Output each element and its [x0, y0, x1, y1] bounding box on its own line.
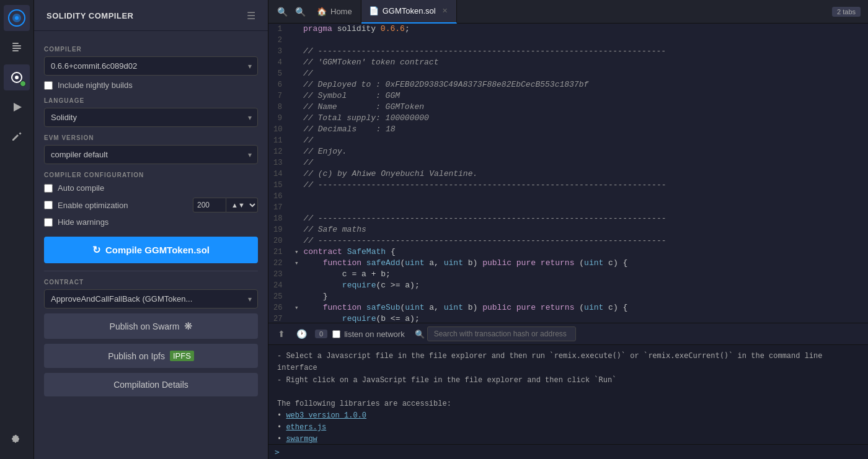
tab-home[interactable]: 🏠 Home [309, 0, 361, 24]
language-select[interactable]: Solidity [44, 108, 258, 127]
evm-wrapper: compiler default [44, 145, 258, 164]
code-line-24: 24 require(c >= a); [268, 280, 868, 291]
auto-compile-checkbox[interactable] [44, 184, 53, 193]
sidebar-item-remix-logo[interactable] [4, 5, 30, 31]
enable-optimization-checkbox[interactable] [44, 201, 53, 209]
main-area: 🔍 🔍 🏠 Home 📄 GGMToken.sol ✕ 2 tabs 1 pra… [268, 0, 868, 459]
terminal-line-5: • web3 version 1.0.0 [277, 410, 859, 422]
ipfs-icon: IPFS [170, 351, 194, 361]
swarm-icon: ❋ [184, 320, 192, 332]
sidebar-item-tools[interactable] [4, 124, 30, 150]
evm-label: EVM VERSION [44, 134, 258, 141]
home-icon: 🏠 [317, 7, 327, 16]
terminal-body: - Select a Javascript file in the file e… [268, 345, 868, 444]
svg-point-8 [15, 76, 19, 79]
code-line-14: 14 // (c) by Ahiwe Onyebuchi Valentine. [268, 168, 868, 180]
hide-warnings-row: Hide warnings [44, 217, 258, 227]
tab-bar: 🔍 🔍 🏠 Home 📄 GGMToken.sol ✕ 2 tabs [268, 0, 868, 24]
code-line-16: 16 [268, 191, 868, 202]
code-line-19: 19 // Safe maths [268, 224, 868, 235]
sidebar-body: COMPILER 0.6.6+commit.6c089d02 Include n… [34, 31, 268, 459]
compile-button-label: Compile GGMToken.sol [105, 245, 210, 255]
divider-1 [44, 271, 258, 271]
optimization-arrows-select[interactable]: ▲▼ [226, 198, 258, 212]
listen-network-checkbox[interactable] [332, 330, 340, 338]
compilation-details-label: Compilation Details [113, 380, 188, 390]
compile-button[interactable]: ↻ Compile GGMToken.sol [44, 237, 258, 263]
enable-optimization-label[interactable]: Enable optimization [58, 201, 188, 210]
svg-rect-3 [12, 43, 19, 44]
contract-label: CONTRACT [44, 279, 258, 286]
code-line-3: 3 // -----------------------------------… [268, 46, 868, 57]
terminal-line-4: The following libraries are accessible: [277, 398, 859, 410]
hide-warnings-label[interactable]: Hide warnings [58, 217, 108, 227]
sidebar-item-files[interactable] [4, 35, 30, 61]
hide-warnings-checkbox[interactable] [44, 218, 53, 227]
sidebar-item-settings[interactable] [4, 427, 30, 453]
listen-network-label[interactable]: listen on network [344, 330, 405, 339]
publish-swarm-label: Publish on Swarm [110, 321, 180, 331]
swarmgw-link[interactable]: swarmgw [286, 435, 317, 444]
auto-compile-row: Auto compile [44, 183, 258, 193]
code-line-15: 15 // ----------------------------------… [268, 180, 868, 191]
code-line-20: 20 // ----------------------------------… [268, 235, 868, 247]
terminal-expand-button[interactable]: ⬆ [275, 328, 288, 340]
sidebar-menu-button[interactable]: ☰ [244, 9, 258, 23]
contract-select[interactable]: ApproveAndCallFallBack (GGMToken... [44, 289, 258, 308]
publish-ipfs-button[interactable]: Publish on Ipfs IPFS [44, 344, 258, 368]
include-nightly-checkbox[interactable] [44, 81, 53, 90]
sidebar-title: SOLIDITY COMPILER [46, 11, 133, 20]
terminal-search-group: 🔍 [415, 326, 576, 341]
code-line-1: 1 pragma solidity 0.6.6; [268, 24, 868, 35]
config-label: COMPILER CONFIGURATION [44, 172, 258, 178]
code-line-4: 4 // 'GGMToken' token contract [268, 57, 868, 68]
terminal-count: 0 [315, 330, 327, 338]
code-line-18: 18 // ----------------------------------… [268, 213, 868, 224]
code-line-27: 27 require(b <= a); [268, 313, 868, 323]
compiler-label: COMPILER [44, 46, 258, 53]
web3-link[interactable]: web3 version 1.0.0 [286, 411, 366, 420]
auto-compile-label[interactable]: Auto compile [58, 183, 104, 193]
evm-select[interactable]: compiler default [44, 145, 258, 164]
code-line-5: 5 // [268, 68, 868, 79]
include-nightly-row: Include nightly builds [44, 81, 258, 90]
code-line-17: 17 [268, 202, 868, 213]
language-label: LANGUAGE [44, 97, 258, 104]
compiler-badge [20, 81, 26, 87]
publish-swarm-button[interactable]: Publish on Swarm ❋ [44, 313, 258, 339]
tab-home-label: Home [330, 7, 352, 16]
code-line-9: 9 // Total supply: 100000000 [268, 113, 868, 124]
sidebar-item-compiler[interactable] [4, 64, 30, 90]
compilation-details-button[interactable]: Compilation Details [44, 373, 258, 396]
zoom-in-button[interactable]: 🔍 [291, 4, 309, 19]
prompt-symbol: > [275, 447, 280, 457]
code-line-6: 6 // Deployed to : 0xFEB02D9383C49A8373F… [268, 79, 868, 90]
code-line-11: 11 // [268, 135, 868, 146]
svg-rect-6 [12, 50, 19, 51]
ethers-link[interactable]: ethers.js [286, 423, 326, 432]
terminal-line-1: - Select a Javascript file in the file e… [277, 350, 859, 374]
compiler-version-select[interactable]: 0.6.6+commit.6c089d02 [44, 56, 258, 76]
terminal-panel: ⬆ 🕐 0 listen on network 🔍 - Select a Jav… [268, 323, 868, 459]
compile-icon: ↻ [92, 244, 100, 256]
zoom-out-button[interactable]: 🔍 [273, 4, 291, 19]
terminal-clock-button[interactable]: 🕐 [293, 328, 310, 340]
code-view[interactable]: 1 pragma solidity 0.6.6; 2 3 // --------… [268, 24, 868, 323]
tab-close-button[interactable]: ✕ [442, 7, 448, 15]
sidebar-header: SOLIDITY COMPILER ☰ [34, 0, 268, 31]
svg-marker-9 [14, 103, 22, 111]
include-nightly-label[interactable]: Include nightly builds [58, 81, 133, 90]
terminal-line-7: • swarmgw [277, 434, 859, 444]
tab-ggmtoken[interactable]: 📄 GGMToken.sol ✕ [361, 0, 457, 24]
terminal-search-input[interactable] [427, 326, 576, 341]
sidebar-item-deploy[interactable] [4, 94, 30, 120]
code-line-10: 10 // Decimals : 18 [268, 124, 868, 135]
code-line-8: 8 // Name : GGMToken [268, 102, 868, 113]
terminal-line-2: - Right click on a JavaScript file in th… [277, 374, 859, 387]
language-wrapper: Solidity [44, 108, 258, 127]
search-icon: 🔍 [415, 330, 425, 339]
code-line-26: 26 ▾ function safeSub(uint a, uint b) pu… [268, 302, 868, 313]
sidebar-panel: SOLIDITY COMPILER ☰ COMPILER 0.6.6+commi… [34, 0, 268, 459]
optimization-value-input[interactable] [193, 198, 226, 212]
publish-ipfs-label: Publish on Ipfs [108, 351, 165, 361]
